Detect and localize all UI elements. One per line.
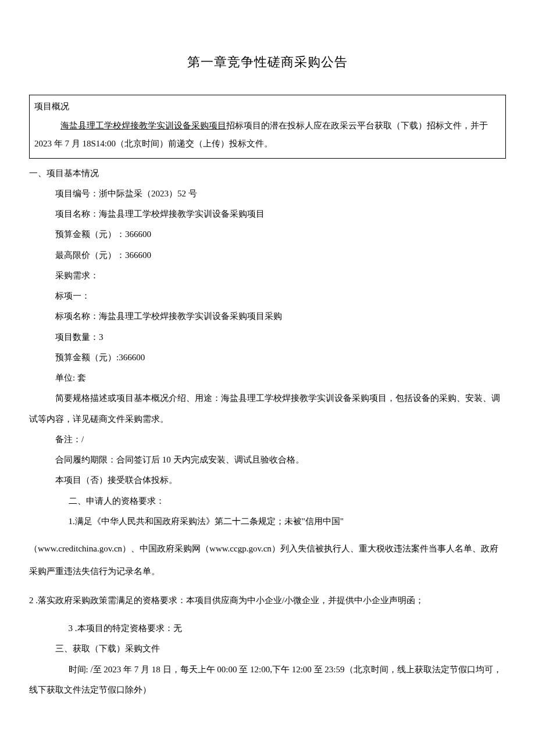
qualification-req3: 3 .本项目的特定资格要求：无 — [29, 618, 506, 639]
ceiling-price: 最高限价（元）：366600 — [29, 245, 506, 266]
chapter-title: 第一章竞争性磋商采购公告 — [29, 52, 506, 71]
qualification-req1-rest: （www.creditchina.gov.cn）、中国政府采购网（www.ccg… — [29, 538, 506, 583]
lot-name: 标项名称：海盐县理工学校焊接教学实训设备采购项目采购 — [29, 306, 506, 327]
contract-period: 合同履约期限：合同签订后 10 天内完成安装、调试且验收合格。 — [29, 450, 506, 470]
section3-time: 时间: /至 2023 年 7 月 18 日，每天上午 00:00 至 12:0… — [29, 660, 506, 701]
document-page: 第一章竞争性磋商采购公告 项目概况 海盐县理工学校焊接教学实训设备采购项目招标项… — [0, 0, 535, 756]
lot-remark: 备注：/ — [29, 429, 506, 450]
budget-amount: 预算金额（元）：366600 — [29, 224, 506, 245]
lot-quantity: 项目数量：3 — [29, 327, 506, 347]
qualification-req1-first: 1.满足《中华人民共和国政府采购法》第二十二条规定；未被"信用中国" — [29, 511, 506, 532]
project-number: 项目编号：浙中际盐采（2023）52 号 — [29, 184, 506, 204]
section2-heading: 二、申请人的资格要求： — [29, 491, 506, 511]
section3-heading: 三、获取（下载）采购文件 — [29, 639, 506, 659]
overview-project-name: 海盐县理工学校焊接教学实训设备采购项目 — [60, 121, 226, 130]
project-overview-box: 项目概况 海盐县理工学校焊接教学实训设备采购项目招标项目的潜在投标人应在政采云平… — [29, 95, 506, 159]
procurement-req-label: 采购需求： — [29, 266, 506, 286]
lot-label: 标项一： — [29, 286, 506, 306]
project-name: 项目名称：海盐县理工学校焊接教学实训设备采购项目 — [29, 204, 506, 224]
lot-budget: 预算金额（元）:366600 — [29, 347, 506, 368]
overview-body: 海盐县理工学校焊接教学实训设备采购项目招标项目的潜在投标人应在政采云平台获取（下… — [34, 117, 500, 153]
overview-heading: 项目概况 — [34, 100, 500, 113]
lot-unit: 单位: 套 — [29, 368, 506, 388]
section1-heading: 一、项目基本情况 — [29, 163, 506, 184]
consortium-statement: 本项目（否）接受联合体投标。 — [29, 470, 506, 490]
lot-description: 简要规格描述或项目基本概况介绍、用途：海盐县理工学校焊接教学实训设备采购项目，包… — [29, 388, 506, 429]
qualification-req2: 2 .落实政府采购政策需满足的资格要求：本项目供应商为中小企业/小微企业，并提供… — [29, 591, 506, 610]
